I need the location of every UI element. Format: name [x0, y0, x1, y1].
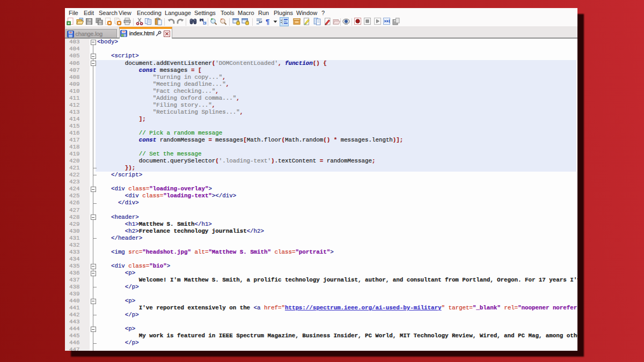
svg-text:¶: ¶ — [266, 18, 269, 25]
